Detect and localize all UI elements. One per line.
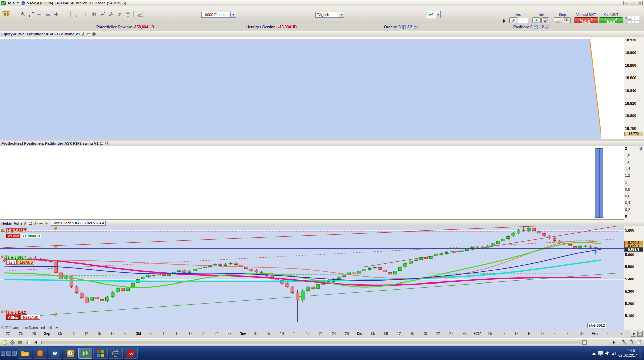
zigzag-tool[interactable] <box>99 10 107 18</box>
units-select[interactable]: 10000 Einheiten <box>201 12 236 18</box>
quantity-header: Anz <box>508 13 529 17</box>
display-icon[interactable] <box>598 351 603 356</box>
add-indicator-icon[interactable] <box>39 221 43 225</box>
clock-date: 02.02.2017 <box>618 353 637 358</box>
order-gear-icon[interactable] <box>1 228 6 233</box>
close-panel-icon[interactable] <box>105 141 109 146</box>
position-list-icon[interactable] <box>534 25 538 29</box>
minimize-button[interactable] <box>623 1 629 5</box>
date-label: 29 <box>32 332 36 336</box>
axis-label: 5.600 <box>625 253 634 257</box>
symbol-dropdown-icon[interactable] <box>17 2 19 4</box>
orders-list-icon[interactable] <box>402 25 406 29</box>
maximize-button[interactable] <box>630 1 636 5</box>
quick-launch-icon[interactable] <box>6 351 11 356</box>
limit-order-chip[interactable]: 2 @ 5.836,7 <box>6 228 27 233</box>
volume-icon[interactable] <box>605 351 610 356</box>
zoom-in-button[interactable] <box>620 339 627 346</box>
quick-launch-icon[interactable] <box>12 351 17 356</box>
network-icon[interactable] <box>612 351 616 356</box>
position-settings-icon[interactable] <box>545 25 550 29</box>
orders-settings-icon[interactable] <box>413 25 418 29</box>
units-dropdown-icon[interactable] <box>230 12 236 17</box>
restore-window-icon[interactable] <box>99 141 104 146</box>
zoom-out-button[interactable] <box>628 339 635 346</box>
scroll-right-button[interactable] <box>611 339 617 346</box>
info-icon[interactable]: i <box>21 1 25 5</box>
scrollbar-thumb[interactable] <box>41 341 586 344</box>
text-tool[interactable]: T <box>82 10 90 18</box>
positions-chart[interactable] <box>0 146 624 220</box>
order-gear-icon[interactable] <box>1 310 6 315</box>
settings-wrench-tool[interactable] <box>107 10 115 18</box>
tray-expand-icon[interactable] <box>592 352 596 355</box>
pending-order-marker: 2@5.666,2 <box>587 323 606 328</box>
chart-style-line-button[interactable] <box>137 10 145 18</box>
chart-scrollbar[interactable]: F <box>41 340 609 345</box>
entry-position-chip[interactable]: 2 @ 5.666,7 <box>6 255 27 260</box>
chart-template-dropdown-icon[interactable] <box>436 11 441 18</box>
position-label: Position: <box>513 25 529 29</box>
fibonacci-tool[interactable] <box>44 10 52 18</box>
restore-window-icon[interactable] <box>28 221 33 225</box>
heikin-ashi-chart[interactable]: 2 @ 5.836,7 V:Limit +1.700AUD 2 @ 5.666,… <box>0 226 624 330</box>
positions-bars-canvas <box>0 146 624 220</box>
order-gear-icon[interactable] <box>1 255 6 260</box>
show-desktop-button[interactable] <box>639 348 642 359</box>
potential-profit-value: -158,00AUD <box>133 25 154 29</box>
close-panel-icon[interactable] <box>34 221 38 225</box>
delete-tool[interactable] <box>124 10 132 18</box>
limit-column: Limit <box>531 13 551 24</box>
s-value-input[interactable] <box>632 16 639 20</box>
office-suite-button[interactable] <box>93 348 108 359</box>
segment-tool[interactable] <box>36 10 44 18</box>
date-label: 26 <box>124 332 127 336</box>
clock-time: 14:01 <box>618 349 637 353</box>
system-clock[interactable]: 14:01 02.02.2017 <box>618 349 637 358</box>
wrench-icon[interactable] <box>81 32 85 36</box>
grid-view-icon[interactable] <box>44 221 49 225</box>
settings-gear-icon[interactable] <box>9 339 16 346</box>
zoom-in-tool[interactable] <box>19 10 27 18</box>
print-page-button[interactable] <box>636 339 643 346</box>
scroll-right-button[interactable] <box>631 331 636 337</box>
firefox-button[interactable] <box>33 348 47 359</box>
chart-template-button[interactable] <box>427 11 436 18</box>
scroll-left-button[interactable] <box>32 339 39 346</box>
timeframe-dropdown-icon[interactable] <box>339 12 344 17</box>
pdf-reader-button[interactable]: PDF <box>124 348 138 359</box>
axis-label: 5.300 <box>625 289 634 293</box>
s-checkbox[interactable] <box>628 16 631 20</box>
axis-label: 18.860 <box>625 76 636 80</box>
quantity-input[interactable] <box>518 18 528 23</box>
close-button[interactable] <box>637 1 643 5</box>
wrench-icon[interactable] <box>23 221 27 225</box>
vertical-line-tool[interactable] <box>61 10 69 18</box>
timeframe-select[interactable]: Täglich <box>315 12 344 18</box>
s-label: S <box>625 16 627 20</box>
units-value: 10000 Einheiten <box>203 13 230 17</box>
equity-chart[interactable] <box>0 37 624 139</box>
clock-icon[interactable] <box>1 339 8 346</box>
table-view-icon[interactable] <box>25 339 31 346</box>
mini-chart-icon[interactable] <box>17 339 24 346</box>
outlook-button[interactable] <box>63 348 77 359</box>
trendline-tool[interactable] <box>27 10 35 18</box>
eraser-tool[interactable] <box>116 10 124 18</box>
stop-order-chip[interactable]: 2 @ 5.114,2 <box>6 310 27 315</box>
trade-panel-collapse-icon[interactable] <box>503 19 506 23</box>
browser-globe-button[interactable] <box>109 348 123 359</box>
file-explorer-button[interactable] <box>18 348 32 359</box>
axis-settings-icon[interactable] <box>637 331 643 337</box>
candlestick-tool[interactable] <box>90 10 98 18</box>
quick-launch-icon[interactable] <box>1 351 5 356</box>
word-button[interactable]: W <box>48 348 62 359</box>
chart-style-candles-button[interactable] <box>2 11 10 17</box>
restore-window-icon[interactable] <box>86 32 91 36</box>
indicator-tool[interactable]: f <box>74 10 82 18</box>
crosshair-tool[interactable] <box>52 10 60 18</box>
ruler-tool[interactable] <box>10 10 18 18</box>
today-profit-label: Heutiger Gewinn: <box>246 25 277 29</box>
trading-app-button[interactable] <box>78 348 92 359</box>
close-panel-icon[interactable] <box>92 32 96 36</box>
